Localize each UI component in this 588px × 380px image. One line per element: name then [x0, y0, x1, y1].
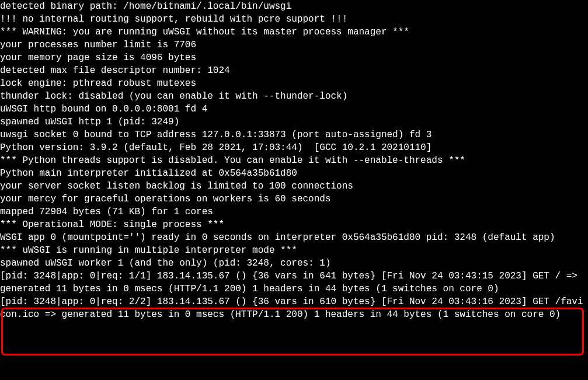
terminal-line: mapped 72904 bytes (71 KB) for 1 cores: [0, 205, 588, 218]
terminal-line: Python version: 3.9.2 (default, Feb 28 2…: [0, 141, 588, 154]
terminal-line: Python main interpreter initialized at 0…: [0, 167, 588, 180]
terminal-line: [pid: 3248|app: 0|req: 1/1] 183.14.135.6…: [0, 270, 588, 295]
terminal-line: thunder lock: disabled (you can enable i…: [0, 90, 588, 103]
terminal-line: your memory page size is 4096 bytes: [0, 51, 588, 64]
terminal-line: lock engine: pthread robust mutexes: [0, 77, 588, 90]
terminal-line: uwsgi socket 0 bound to TCP address 127.…: [0, 128, 588, 141]
terminal-line: !!! no internal routing support, rebuild…: [0, 13, 588, 26]
terminal-line: spawned uWSGI worker 1 (and the only) (p…: [0, 257, 588, 270]
terminal-line: your mercy for graceful operations on wo…: [0, 193, 588, 205]
terminal-line: *** Operational MODE: single process ***: [0, 218, 588, 231]
terminal-line: *** Python threads support is disabled. …: [0, 154, 588, 167]
terminal-line: spawned uWSGI http 1 (pid: 3249): [0, 116, 588, 128]
terminal-line: *** uWSGI is running in multiple interpr…: [0, 244, 588, 257]
terminal-line: uWSGI http bound on 0.0.0.0:8001 fd 4: [0, 103, 588, 116]
terminal-line: WSGI app 0 (mountpoint='') ready in 0 se…: [0, 231, 588, 244]
terminal-line: *** WARNING: you are running uWSGI witho…: [0, 26, 588, 39]
terminal-line: detected binary path: /home/bitnami/.loc…: [0, 0, 588, 13]
terminal-line: detected max file descriptor number: 102…: [0, 64, 588, 77]
terminal-line: your server socket listen backlog is lim…: [0, 180, 588, 193]
terminal-line: [pid: 3248|app: 0|req: 2/2] 183.14.135.6…: [0, 295, 588, 321]
terminal-line: your processes number limit is 7706: [0, 39, 588, 51]
terminal-output[interactable]: detected binary path: /home/bitnami/.loc…: [0, 0, 588, 321]
